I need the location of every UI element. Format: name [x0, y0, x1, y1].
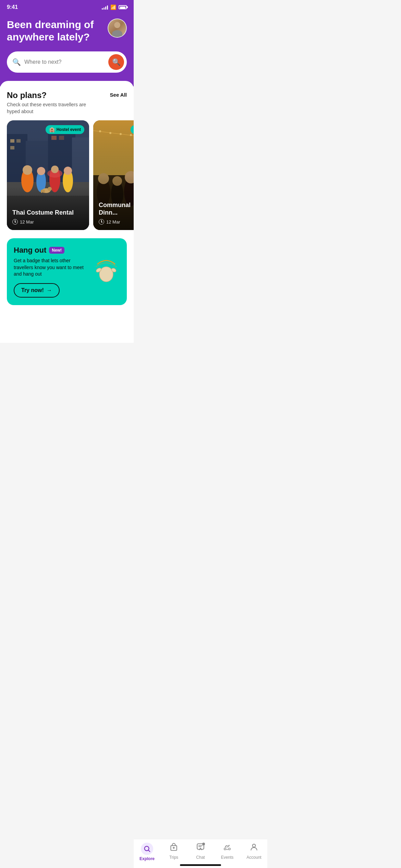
event-card-1[interactable]: 🏨 Hostel event Thai Costume Rental 12 Ma… — [7, 120, 89, 230]
section-title-block: No plans? Check out these events travell… — [7, 91, 89, 115]
hostel-icon-1: 🏨 — [49, 127, 55, 132]
battery-icon — [119, 5, 127, 9]
event-name-1: Thai Costume Rental — [12, 209, 84, 217]
svg-point-26 — [43, 190, 45, 193]
search-input[interactable] — [24, 59, 105, 65]
main-content: No plans? Check out these events travell… — [0, 81, 134, 343]
svg-point-17 — [37, 167, 45, 175]
header: Been dreaming of anywhere lately? 🔍 🔍 — [0, 13, 134, 86]
status-bar: 9:41 📶 — [0, 0, 134, 13]
header-title: Been dreaming of anywhere lately? — [7, 19, 102, 43]
search-icon-left: 🔍 — [12, 58, 21, 66]
event-date-1: 12 Mar — [12, 219, 84, 225]
svg-rect-47 — [101, 268, 111, 272]
search-bar[interactable]: 🔍 🔍 — [7, 51, 127, 73]
event-name-2: Communal Dinn... — [99, 202, 134, 216]
try-now-button[interactable]: Try now! → — [14, 283, 60, 298]
hangout-description: Get a badge that lets other travellers k… — [14, 257, 88, 278]
svg-point-20 — [51, 166, 59, 173]
status-icons: 📶 — [102, 4, 127, 10]
signal-icon — [102, 5, 108, 10]
search-button[interactable]: 🔍 — [108, 54, 124, 70]
event-date-2: 12 Mar — [99, 219, 134, 225]
section-title: No plans? — [7, 91, 89, 100]
events-carousel: 🏨 Hostel event Thai Costume Rental 12 Ma… — [0, 120, 134, 236]
svg-point-24 — [48, 187, 52, 191]
hangout-hand-icon — [93, 258, 120, 286]
new-badge: New! — [49, 247, 64, 254]
see-all-button[interactable]: See All — [110, 92, 127, 98]
svg-point-22 — [64, 167, 72, 175]
wifi-icon: 📶 — [110, 4, 116, 10]
bottom-spacer — [7, 312, 127, 343]
status-time: 9:41 — [7, 4, 18, 10]
event-badge-1: 🏨 Hostel event — [46, 125, 84, 134]
section-subtitle: Check out these events travellers are hy… — [7, 101, 89, 115]
event-card-1-bottom: Thai Costume Rental 12 Mar — [7, 204, 89, 230]
avatar[interactable] — [108, 19, 127, 38]
hangout-title-row: Hang out New! — [14, 246, 88, 255]
svg-point-25 — [41, 190, 43, 193]
event-card-2[interactable]: 🏨 Communal Dinn... 12 Mar — [93, 120, 134, 230]
header-top: Been dreaming of anywhere lately? — [7, 19, 127, 43]
hangout-section: Hang out New! Get a badge that lets othe… — [7, 238, 127, 305]
event-card-2-bottom: Communal Dinn... 12 Mar — [93, 196, 134, 230]
clock-icon-1 — [12, 219, 18, 225]
svg-point-15 — [23, 165, 32, 175]
hangout-title: Hang out — [14, 246, 46, 255]
clock-icon-2 — [99, 219, 104, 225]
hangout-content: Hang out New! Get a badge that lets othe… — [14, 246, 88, 298]
search-submit-icon: 🔍 — [112, 58, 121, 66]
no-plans-section-header: No plans? Check out these events travell… — [7, 91, 127, 115]
